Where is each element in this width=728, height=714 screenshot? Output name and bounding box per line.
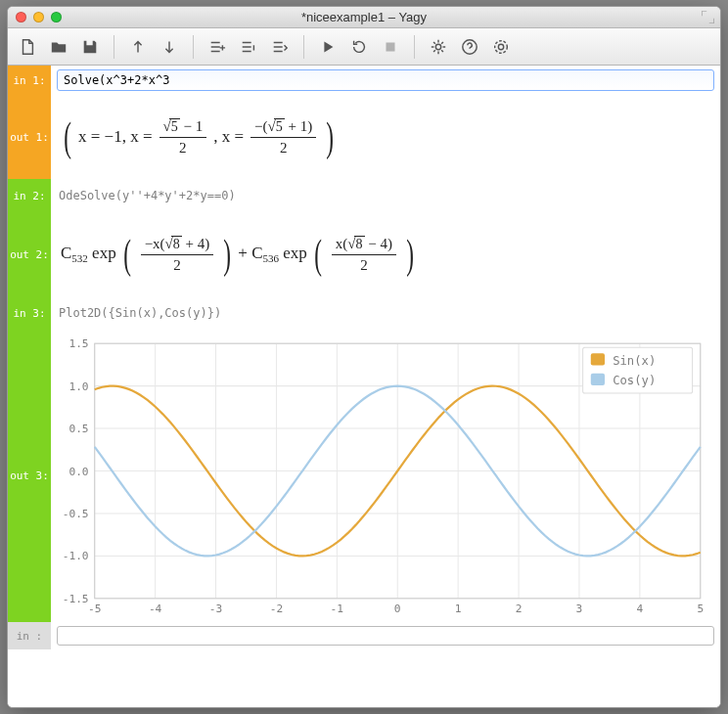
output-3-chart: -5-4-3-2-1012345-1.5-1.0-0.50.00.51.01.5…: [51, 330, 720, 622]
svg-text:-5: -5: [88, 602, 101, 615]
gutter-in-2: in 2:: [8, 179, 51, 212]
kernel-button[interactable]: [487, 34, 515, 60]
settings-button[interactable]: [425, 34, 452, 60]
svg-text:5: 5: [697, 602, 704, 615]
svg-rect-0: [387, 42, 395, 51]
svg-rect-45: [591, 374, 605, 385]
svg-text:-0.5: -0.5: [63, 508, 89, 520]
window-footer: [8, 699, 720, 707]
plot2d-chart: -5-4-3-2-1012345-1.5-1.0-0.50.00.51.01.5…: [55, 334, 712, 622]
svg-rect-43: [591, 353, 605, 365]
output-1: ( x = −1, x = 5 − 12 , x = −(5 + 1)2 ): [51, 95, 720, 179]
svg-point-4: [498, 44, 503, 49]
svg-text:-1: -1: [331, 602, 343, 615]
svg-text:Cos(y): Cos(y): [613, 374, 656, 387]
code-input-1[interactable]: [57, 69, 714, 91]
window-title: *niceexample1 – Yagy: [8, 10, 720, 24]
toolbar-separator: [303, 35, 304, 59]
svg-text:0.0: 0.0: [68, 466, 88, 478]
titlebar: *niceexample1 – Yagy: [8, 7, 720, 28]
toolbar-separator: [114, 35, 114, 59]
toolbar-separator: [414, 35, 415, 59]
move-down-button[interactable]: [156, 34, 183, 60]
close-icon[interactable]: [16, 12, 26, 22]
svg-text:Sin(x): Sin(x): [613, 354, 656, 368]
svg-text:-2: -2: [270, 602, 283, 615]
svg-text:-4: -4: [149, 602, 162, 615]
svg-text:1.5: 1.5: [68, 337, 88, 350]
zoom-icon[interactable]: [51, 12, 62, 22]
cell-swap-button[interactable]: [266, 34, 294, 60]
help-button[interactable]: [456, 34, 483, 60]
open-file-button[interactable]: [45, 34, 72, 60]
cell-remove-button[interactable]: [235, 34, 262, 60]
svg-text:2: 2: [516, 602, 523, 615]
cell-add-button[interactable]: [204, 34, 231, 60]
gutter-out-2: out 2:: [8, 212, 51, 296]
svg-text:4: 4: [636, 602, 643, 615]
run-button[interactable]: [314, 34, 341, 60]
minimize-icon[interactable]: [33, 12, 44, 22]
stop-button[interactable]: [377, 34, 404, 60]
toolbar: [8, 28, 720, 66]
gutter-out-3: out 3:: [8, 330, 51, 622]
svg-text:0.5: 0.5: [68, 423, 88, 435]
svg-text:3: 3: [576, 602, 583, 615]
code-static-3: Plot2D({Sin(x),Cos(y)}): [51, 296, 720, 330]
svg-point-1: [435, 44, 440, 49]
save-button[interactable]: [76, 34, 104, 60]
svg-text:0: 0: [394, 602, 401, 615]
gutter-in-blank: in :: [8, 622, 51, 649]
app-window: *niceexample1 – Yagy: [7, 6, 721, 708]
gutter-out-1: out 1:: [8, 95, 51, 179]
restart-button[interactable]: [345, 34, 373, 60]
traffic-lights: [16, 12, 62, 22]
svg-text:-1.5: -1.5: [63, 593, 89, 605]
code-static-2: OdeSolve(y''+4*y'+2*y==0): [51, 179, 720, 212]
move-up-button[interactable]: [124, 34, 152, 60]
gutter-in-3: in 3:: [8, 296, 51, 330]
notebook-content: in 1: out 1: ( x = −1, x = 5 − 12 , x = …: [8, 66, 720, 699]
svg-text:1: 1: [455, 602, 462, 615]
gutter-in-1: in 1:: [8, 66, 51, 95]
svg-text:-1.0: -1.0: [63, 550, 89, 562]
svg-text:-3: -3: [209, 602, 222, 615]
svg-point-3: [495, 40, 508, 53]
toolbar-separator: [193, 35, 194, 59]
new-file-button[interactable]: [14, 34, 41, 60]
output-2: C532 exp( −x(8 + 4)2 ) + C536 exp( x(8 −…: [51, 212, 720, 296]
code-input-blank[interactable]: [57, 626, 714, 646]
svg-text:1.0: 1.0: [68, 380, 88, 393]
fullscreen-icon[interactable]: [702, 11, 714, 23]
